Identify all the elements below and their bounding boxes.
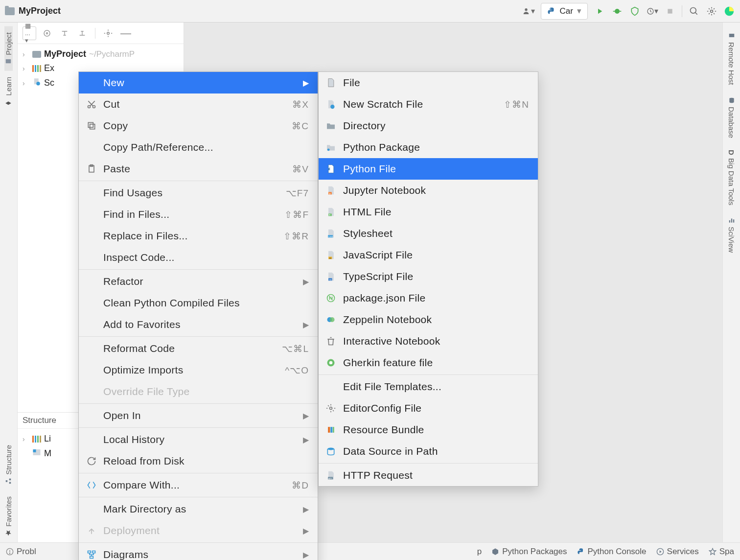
ctx-item[interactable]: Compare With...⌘D [79,474,318,496]
svg-point-49 [330,317,335,322]
ctx-item-label: Refactor [103,276,143,287]
python-icon [577,548,585,556]
ctx-item-label: New [103,77,124,89]
play-icon [656,548,664,556]
ctx-item[interactable]: Mark Directory as▶ [79,498,318,520]
tool-sciview-tab[interactable]: SciView [727,211,736,258]
ctx-item[interactable]: Reformat Code⌥⌘L [79,338,318,359]
run-icon[interactable] [594,5,605,17]
sub-item[interactable]: File [319,72,538,93]
ctx-item[interactable]: Deployment▶ [79,520,318,541]
sub-item[interactable]: Resource Bundle [319,419,538,441]
ctx-item-label: Reload from Disk [103,455,185,467]
user-icon[interactable]: ▾ [523,5,535,17]
sub-item[interactable]: TSTypeScript File [319,266,538,287]
sub-item[interactable]: ipJupyter Notebook [319,180,538,201]
scratch-icon [325,99,336,110]
sub-item-label: Python File [343,163,396,175]
status-console[interactable]: Python Console [577,547,647,557]
status-services[interactable]: Services [656,547,699,557]
ctx-item[interactable]: Add to Favorites▶ [79,314,318,335]
sub-item[interactable]: HHTML File [319,201,538,223]
sub-item[interactable]: Interactive Notebook [319,330,538,352]
sub-item[interactable]: APIHTTP Request [319,465,538,486]
tool-project-tab[interactable]: Project [4,26,13,71]
ctx-item-label: Cut [103,98,120,110]
status-item[interactable]: Spa [709,547,734,557]
ctx-item[interactable]: Copy⌘C [79,115,318,137]
target-icon[interactable] [40,26,54,40]
sub-item[interactable]: Python Package [319,137,538,158]
sub-item[interactable]: Data Source in Path [319,441,538,462]
tool-learn-tab[interactable]: Learn [4,71,13,111]
breadcrumb: MyProject [5,6,61,16]
sub-item-label: Resource Bundle [343,424,424,436]
ctx-item[interactable]: Open In▶ [79,405,318,426]
tool-structure-tab[interactable]: Structure [4,439,13,490]
tool-remote-tab[interactable]: Remote Host [727,26,736,91]
sub-item-label: New Scratch File [343,98,423,110]
ctx-item[interactable]: Cut⌘X [79,93,318,115]
http-icon: API [325,470,336,481]
run-config-select[interactable]: Car ▾ [541,3,588,20]
tool-favorites-tab[interactable]: Favorites [4,490,13,542]
sub-item-label: Data Source in Path [343,445,438,457]
ctx-item[interactable]: Replace in Files...⇧⌘R [79,225,318,247]
profile-icon[interactable]: ▾ [647,5,658,17]
stop-icon[interactable] [664,5,676,17]
tool-bigdata-tab[interactable]: DBig Data Tools [727,144,736,211]
tree-project-root[interactable]: › MyProject ~/PycharmP [18,47,184,61]
ctx-item[interactable]: New▶ [79,72,318,93]
ctx-item[interactable]: Find in Files...⇧⌘F [79,204,318,225]
svg-rect-25 [733,219,734,222]
warning-icon [6,548,14,556]
ctx-item[interactable]: Clean Python Compiled Files [79,292,318,314]
gear-icon[interactable] [101,26,115,40]
status-packages[interactable]: Python Packages [491,547,567,557]
sub-item-label: TypeScript File [343,271,413,282]
view-mode-icon[interactable]: ▦ ... ▾ [23,26,36,40]
coverage-icon[interactable] [629,5,641,17]
sub-item[interactable]: Directory [319,115,538,137]
python-icon [547,7,556,16]
paste-icon [86,163,97,175]
debug-icon[interactable] [611,5,623,17]
sub-item[interactable]: Python File [319,158,538,180]
sub-item[interactable]: New Scratch File⇧⌘N [319,93,538,115]
search-icon[interactable] [688,5,700,17]
svg-rect-54 [330,427,332,433]
hide-icon[interactable]: — [119,26,133,40]
ctx-item[interactable]: Diagrams▶ [79,544,318,560]
ctx-item[interactable]: Copy Path/Reference... [79,137,318,158]
ctx-item[interactable]: Override File Type [79,381,318,402]
sub-item[interactable]: Zeppelin Notebook [319,309,538,330]
collapse-icon[interactable] [75,26,89,40]
status-item[interactable]: p [477,547,482,557]
npm-icon [325,293,336,303]
sub-item[interactable]: package.json File [319,287,538,309]
pycharm-logo-icon[interactable] [723,5,735,17]
tool-database-tab[interactable]: Database [727,91,736,144]
module-icon [32,448,41,459]
sub-item[interactable]: JSJavaScript File [319,244,538,266]
sub-item[interactable]: CSSStylesheet [319,223,538,244]
settings-icon[interactable] [706,5,717,17]
sub-item[interactable]: Edit File Templates... [319,376,538,397]
svg-text:ip: ip [329,192,331,195]
sub-item[interactable]: Gherkin feature file [319,352,538,373]
sub-item[interactable]: EditorConfig File [319,397,538,419]
ctx-item[interactable]: Inspect Code... [79,247,318,268]
expand-icon[interactable] [58,26,71,40]
ctx-item[interactable]: Optimize Imports^⌥O [79,359,318,381]
sub-item-label: Stylesheet [343,228,393,239]
sub-item-label: package.json File [343,292,426,304]
project-name: MyProject [19,6,61,16]
status-problems[interactable]: Probl [6,547,36,557]
ctx-item[interactable]: Local History▶ [79,429,318,450]
ctx-item[interactable]: Refactor▶ [79,271,318,292]
svg-rect-21 [729,34,734,37]
ctx-item[interactable]: Paste⌘V [79,158,318,180]
ctx-item[interactable]: Reload from Disk [79,450,318,472]
ctx-item[interactable]: Find Usages⌥F7 [79,182,318,204]
shortcut: ⌘D [292,480,309,491]
